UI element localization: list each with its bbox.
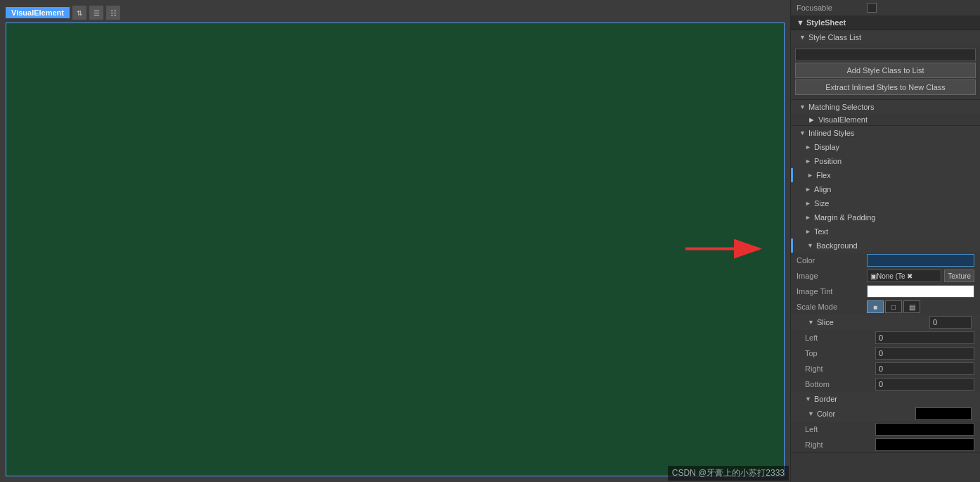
border-color-input[interactable] (915, 407, 972, 420)
image-tint-input[interactable] (867, 285, 974, 298)
image-tint-value (867, 285, 974, 298)
red-arrow (685, 238, 770, 261)
slice-label: Slice (817, 318, 834, 326)
stylesheet-arrow: ▼ (797, 18, 804, 27)
matching-selector-arrow: ► (808, 115, 815, 124)
style-class-list-arrow: ▼ (799, 34, 806, 41)
scale-mode-label: Scale Mode (797, 303, 867, 311)
scale-btn-3[interactable]: ▤ (903, 300, 920, 313)
margin-padding-arrow: ► (805, 214, 811, 221)
border-header[interactable]: ▼ Border (791, 392, 980, 406)
inlined-styles-label: Inlined Styles (808, 129, 854, 137)
slice-header[interactable]: ▼ Slice (791, 315, 980, 330)
size-header[interactable]: ► Size (791, 196, 980, 210)
slice-top-input[interactable] (875, 347, 974, 360)
slice-right-label: Right (805, 364, 875, 373)
extract-inlined-styles-button[interactable]: Extract Inlined Styles to New Class (795, 80, 976, 95)
border-left-input[interactable] (875, 423, 974, 436)
focusable-toggle[interactable] (867, 3, 877, 13)
stylesheet-header: ▼ StyleSheet (791, 15, 980, 30)
right-panel: Focusable ▼ StyleSheet ▼ Style Class Lis… (790, 0, 980, 482)
scale-mode-buttons: ■ □ ▤ (867, 300, 920, 313)
inlined-styles-arrow: ▼ (799, 129, 806, 137)
slice-left-label: Left (805, 334, 875, 342)
size-label: Size (814, 199, 829, 208)
background-color-value (867, 254, 974, 267)
display-header[interactable]: ► Display (791, 140, 980, 154)
flex-header[interactable]: ► Flex (791, 168, 980, 182)
size-arrow: ► (805, 200, 811, 207)
background-image-clear[interactable]: ✖ (907, 272, 913, 280)
slice-top-label: Top (805, 349, 875, 357)
background-color-input[interactable] (867, 254, 974, 267)
slice-right-row: Right (791, 361, 980, 376)
border-left-value (875, 423, 974, 436)
inlined-styles-header[interactable]: ▼ Inlined Styles (791, 126, 980, 140)
scale-btn-2[interactable]: □ (885, 300, 902, 313)
display-arrow: ► (805, 144, 811, 151)
matching-selectors-arrow: ▼ (799, 103, 806, 110)
add-style-class-button[interactable]: Add Style Class to List (795, 63, 976, 78)
align-arrow: ► (805, 186, 811, 193)
background-image-label: Image (797, 272, 867, 280)
style-class-list-content: Add Style Class to List Extract Inlined … (791, 44, 980, 99)
flex-arrow: ► (807, 172, 813, 179)
canvas-area: VisualElement ⇅ ☰ ☷ CSDN @牙膏上的小苏打2333 (0, 0, 790, 482)
matching-selectors-label: Matching Selectors (808, 103, 875, 111)
flex-label: Flex (816, 171, 831, 179)
image-tint-label: Image Tint (797, 287, 867, 296)
slice-bottom-input[interactable] (875, 378, 974, 391)
border-arrow: ▼ (805, 395, 811, 402)
display-label: Display (814, 143, 839, 151)
margin-padding-header[interactable]: ► Margin & Padding (791, 210, 980, 224)
border-left-row: Left (791, 421, 980, 437)
slice-bottom-label: Bottom (805, 380, 875, 388)
slice-left-value (875, 331, 974, 344)
background-image-controls: ▣ None (Te ✖ Texture (867, 269, 974, 282)
texture-button[interactable]: Texture (944, 269, 974, 282)
position-label: Position (814, 157, 842, 165)
text-label: Text (814, 227, 828, 236)
background-image-icon: ▣ (870, 272, 877, 280)
slice-bottom-row: Bottom (791, 376, 980, 392)
background-image-row: Image ▣ None (Te ✖ Texture (791, 268, 980, 284)
text-arrow: ► (805, 228, 811, 235)
scale-btn-1[interactable]: ■ (867, 300, 884, 313)
style-class-list-header[interactable]: ▼ Style Class List (791, 30, 980, 44)
background-color-label: Color (797, 256, 867, 265)
background-image-field: ▣ None (Te ✖ (867, 269, 941, 282)
style-class-list-label: Style Class List (808, 33, 861, 42)
background-arrow: ▼ (807, 242, 813, 249)
border-color-header[interactable]: ▼ Color (791, 406, 980, 421)
sort-icon[interactable]: ⇅ (72, 6, 86, 20)
slice-left-input[interactable] (875, 331, 974, 344)
watermark: CSDN @牙膏上的小苏打2333 (668, 466, 789, 481)
position-header[interactable]: ► Position (791, 154, 980, 168)
slice-input[interactable] (929, 316, 972, 329)
background-header[interactable]: ▼ Background (791, 239, 980, 253)
slice-bottom-value (875, 378, 974, 391)
text-header[interactable]: ► Text (791, 224, 980, 239)
background-color-row: Color (791, 253, 980, 268)
style-class-input[interactable] (795, 49, 976, 61)
scale-mode-row: Scale Mode ■ □ ▤ (791, 299, 980, 315)
border-color-arrow: ▼ (808, 410, 814, 417)
border-left-label: Left (805, 425, 875, 433)
border-label: Border (814, 395, 837, 403)
slice-right-input[interactable] (875, 362, 974, 375)
layout-icon[interactable]: ☷ (106, 6, 120, 20)
border-right-row: Right (791, 437, 980, 452)
image-tint-row: Image Tint (791, 284, 980, 299)
border-right-label: Right (805, 440, 875, 449)
matching-selector-value: VisualElement (818, 115, 868, 124)
background-image-value: None (Te (877, 272, 905, 280)
inlined-styles-section: ▼ Inlined Styles ► Display ► Position ► … (791, 126, 980, 453)
border-right-value (875, 438, 974, 451)
matching-selectors-header[interactable]: ▼ Matching Selectors (791, 100, 980, 114)
matching-selectors-section: ▼ Matching Selectors ► VisualElement (791, 100, 980, 126)
border-right-input[interactable] (875, 438, 974, 451)
stylesheet-label: StyleSheet (806, 18, 846, 27)
align-icon[interactable]: ☰ (89, 6, 103, 20)
canvas-frame (6, 23, 785, 476)
align-header[interactable]: ► Align (791, 182, 980, 196)
